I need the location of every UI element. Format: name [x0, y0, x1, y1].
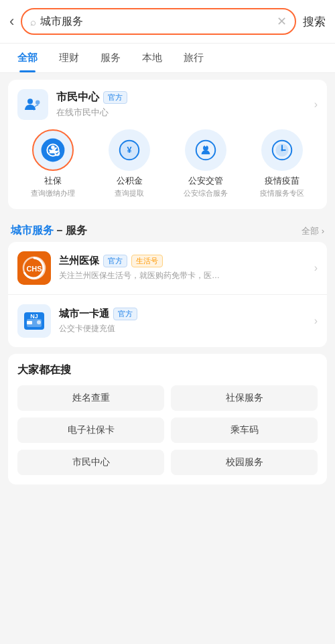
official-badge: 官方	[103, 91, 127, 104]
tab-finance[interactable]: 理财	[48, 44, 90, 72]
jiaoguan-label: 公安交管	[188, 175, 223, 187]
svg-point-19	[281, 149, 283, 151]
yikatong-logo: NJ	[17, 304, 51, 338]
yiqing-sublabel: 疫情服务专区	[260, 188, 304, 198]
civic-center-logo	[17, 89, 48, 120]
tab-travel[interactable]: 旅行	[173, 44, 214, 72]
list-item-lanzhou-yibao[interactable]: CHS 兰州医保 官方 生活号 关注兰州医保生活号，就医购药免带卡，医… ›	[8, 242, 327, 295]
header: ‹ ⌕ 城市服务 ✕ 搜索	[0, 0, 335, 44]
section-all-link[interactable]: 全部 ›	[302, 225, 324, 237]
tag-shimin[interactable]: 市民中心	[17, 450, 164, 475]
tab-local[interactable]: 本地	[131, 44, 173, 72]
arrow-right-icon: ›	[314, 262, 318, 274]
svg-rect-27	[27, 321, 32, 324]
icon-item-jiaoguan[interactable]: 公安交管 公安综合服务	[170, 129, 241, 198]
popular-tags-grid: 姓名查重 社保服务 电子社保卡 乘车码 市民中心 校园服务	[17, 385, 318, 475]
civic-center-desc: 在线市民中心	[56, 107, 306, 119]
lanzhou-yibao-desc: 关注兰州医保生活号，就医购药免带卡，医…	[59, 270, 233, 281]
service-list-card: CHS 兰州医保 官方 生活号 关注兰州医保生活号，就医购药免带卡，医… › N…	[8, 242, 327, 347]
yikatong-logo-icon: NJ	[17, 304, 51, 338]
svg-point-1	[27, 99, 33, 104]
tag-dianzi-shebao[interactable]: 电子社保卡	[17, 417, 164, 443]
civic-icon-grid: 社保 查询缴纳办理 ¥ 公积金 查询提取	[17, 129, 318, 198]
popular-searches-section: 大家都在搜 姓名查重 社保服务 电子社保卡 乘车码 市民中心 校园服务	[8, 354, 327, 485]
svg-point-28	[37, 320, 41, 324]
icon-item-yiqing[interactable]: 疫情疫苗 疫情服务专区	[247, 129, 318, 198]
lanzhou-logo-icon: CHS	[17, 251, 51, 285]
yikatong-name: 城市一卡通	[59, 308, 109, 320]
lanzhou-yibao-logo: CHS	[17, 251, 51, 285]
list-item-yikatong[interactable]: NJ 城市一卡通 官方 公交卡便捷充值 ›	[8, 295, 327, 347]
civic-logo-icon	[22, 94, 44, 115]
back-button[interactable]: ‹	[9, 13, 14, 30]
search-button[interactable]: 搜索	[303, 14, 326, 29]
civic-center-name: 市民中心	[56, 90, 99, 105]
svg-text:¥: ¥	[127, 145, 131, 155]
civic-center-header[interactable]: 市民中心 官方 在线市民中心 ›	[17, 89, 318, 120]
arrow-right-icon: ›	[314, 99, 318, 111]
tag-chezhe[interactable]: 乘车码	[171, 417, 318, 443]
jiaoguan-icon-circle	[185, 129, 226, 171]
tab-service[interactable]: 服务	[90, 44, 131, 72]
shebao-sublabel: 查询缴纳办理	[31, 188, 75, 198]
service-section-title: 城市服务 – 服务	[11, 224, 87, 238]
svg-text:CHS: CHS	[26, 265, 42, 273]
tag-mingming[interactable]: 姓名查重	[17, 385, 164, 411]
shebao-icon	[40, 137, 66, 163]
shebao-icon-circle	[32, 129, 74, 171]
tab-all[interactable]: 全部	[7, 44, 48, 72]
yiqing-icon	[269, 137, 295, 163]
service-section-title-row: 城市服务 – 服务 全部 ›	[0, 216, 335, 242]
popular-title: 大家都在搜	[17, 363, 318, 377]
jiaoguan-icon	[193, 137, 218, 163]
gongjijin-label: 公积金	[117, 175, 143, 187]
yikatong-desc: 公交卡便捷充值	[59, 323, 233, 334]
icon-item-shebao[interactable]: 社保 查询缴纳办理	[17, 129, 88, 198]
shebao-label: 社保	[44, 175, 62, 187]
gongjijin-sublabel: 查询提取	[115, 188, 144, 198]
lanzhou-yibao-info: 兰州医保 官方 生活号 关注兰州医保生活号，就医购药免带卡，医…	[59, 255, 306, 281]
tag-xiaoyuan[interactable]: 校园服务	[171, 450, 318, 475]
jiaoguan-sublabel: 公安综合服务	[184, 188, 228, 198]
lanzhou-yibao-name: 兰州医保	[59, 255, 99, 267]
lanzhou-official-badge: 官方	[103, 255, 127, 267]
svg-rect-0	[22, 94, 44, 115]
civic-center-info: 市民中心 官方 在线市民中心	[56, 90, 306, 119]
yikatong-official-badge: 官方	[113, 308, 137, 320]
search-icon: ⌕	[30, 16, 36, 27]
gongjijin-icon: ¥	[117, 137, 142, 163]
clear-icon[interactable]: ✕	[277, 14, 287, 29]
section-title-suffix: – 服务	[54, 224, 87, 236]
svg-point-2	[36, 101, 40, 105]
tag-shebao-fw[interactable]: 社保服务	[171, 385, 318, 411]
arrow-right-icon: ›	[314, 315, 318, 327]
svg-point-4	[51, 145, 55, 149]
svg-text:NJ: NJ	[30, 313, 38, 320]
yiqing-icon-circle	[261, 129, 303, 171]
lanzhou-life-badge: 生活号	[131, 255, 163, 267]
yikatong-info: 城市一卡通 官方 公交卡便捷充值	[59, 308, 306, 334]
yiqing-label: 疫情疫苗	[265, 175, 299, 187]
civic-center-card: 市民中心 官方 在线市民中心 ›	[8, 80, 327, 209]
section-title-highlight: 城市服务	[11, 224, 54, 236]
search-text[interactable]: 城市服务	[40, 15, 273, 29]
tabs-bar: 全部 理财 服务 本地 旅行	[0, 44, 335, 73]
icon-item-gongjijin[interactable]: ¥ 公积金 查询提取	[94, 129, 165, 198]
gongjijin-icon-circle: ¥	[109, 129, 150, 171]
search-bar: ⌕ 城市服务 ✕	[21, 8, 296, 35]
